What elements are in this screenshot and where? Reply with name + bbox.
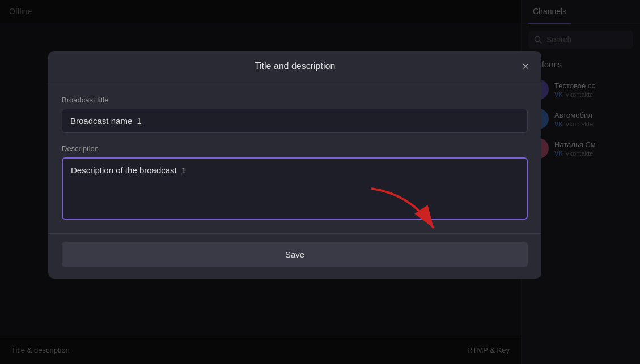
modal-title-description: Title and description × Broadcast title …	[48, 51, 541, 279]
broadcast-title-input[interactable]	[62, 109, 528, 133]
description-label: Description	[62, 144, 528, 153]
description-textarea[interactable]: Description of the broadcast 1	[62, 157, 528, 220]
modal-close-button[interactable]: ×	[520, 58, 531, 74]
modal-body: Broadcast title Description Description …	[48, 82, 541, 233]
modal-footer: Save	[48, 233, 541, 279]
modal-title-text: Title and description	[255, 61, 336, 71]
save-button[interactable]: Save	[62, 242, 528, 267]
modal-header: Title and description ×	[48, 51, 541, 82]
broadcast-title-label: Broadcast title	[62, 96, 528, 104]
